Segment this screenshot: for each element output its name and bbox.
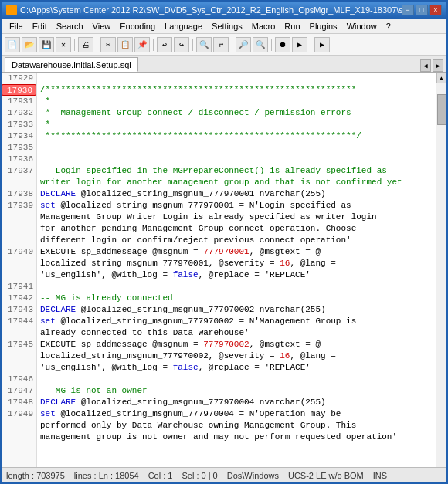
zoom-out-button[interactable]: 🔍 [253, 37, 268, 52]
find-button[interactable]: 🔍 [196, 37, 212, 52]
line-num-17935: 17935 [2, 142, 36, 154]
sep6 [271, 39, 272, 51]
code-line-17938: DECLARE @localized_string_msgnum_7779700… [40, 188, 433, 200]
code-line-17937b: writer login for another management grou… [40, 177, 433, 188]
status-length: length : 703975 [6, 471, 65, 480]
line-num-17934: 17934 [2, 130, 36, 142]
redo-button[interactable]: ↪ [174, 37, 189, 52]
code-line-17949a: set @localized_string_msgnum_777970004 =… [40, 408, 433, 420]
tab-scroll-left[interactable]: ◀ [420, 59, 431, 72]
menu-settings[interactable]: Settings [207, 21, 247, 32]
replace-button[interactable]: ⇄ [213, 37, 229, 52]
line-num-17942: 17942 [2, 293, 36, 304]
line-num-cont1 [2, 177, 36, 188]
line-num-cont3 [2, 223, 36, 235]
code-line-17945b: localized_string_msgnum_777970002, @seve… [40, 350, 433, 362]
run-button[interactable]: ▶ [314, 37, 330, 52]
menu-language[interactable]: Language [160, 21, 207, 32]
open-button[interactable]: 📂 [22, 37, 37, 52]
line-num-17948: 17948 [2, 397, 36, 408]
line-num-cont11 [2, 432, 36, 443]
line-num-17936: 17936 [2, 154, 36, 165]
line-num-17937: 17937 [2, 165, 36, 177]
code-line-17949b: performed only by Data Warehouse owning … [40, 420, 433, 432]
menu-help[interactable]: ? [382, 21, 395, 32]
line-num-17938: 17938 [2, 188, 36, 200]
line-num-17941: 17941 [2, 281, 36, 293]
code-line-17941 [40, 281, 433, 293]
code-line-17932: * Management Group connect / disconnect … [40, 107, 433, 119]
line-num-cont8 [2, 350, 36, 362]
menu-encoding[interactable]: Encoding [115, 21, 160, 32]
code-line-17942: -- MG is already connected [40, 293, 433, 304]
menu-plugins[interactable]: Plugins [305, 21, 342, 32]
copy-button[interactable]: 📋 [117, 37, 133, 52]
menu-edit[interactable]: Edit [28, 21, 52, 32]
code-line-17940c: 'us_english', @with_log = false, @replac… [40, 269, 433, 281]
line-num-cont2 [2, 212, 36, 223]
code-line-17945c: 'us_english', @with_log = false, @replac… [40, 362, 433, 374]
sep4 [192, 39, 193, 51]
zoom-in-button[interactable]: 🔎 [236, 37, 251, 52]
menu-macro[interactable]: Macro [247, 21, 280, 32]
menu-bar: File Edit Search View Encoding Language … [2, 19, 446, 34]
status-bar: length : 703975 lines : Ln : 18054 Col :… [2, 467, 446, 482]
status-col: Col : 1 [148, 471, 173, 480]
cut-button[interactable]: ✂ [100, 37, 116, 52]
macro-play-button[interactable]: ▶ [292, 37, 307, 52]
sep3 [153, 39, 154, 51]
undo-button[interactable]: ↩ [157, 37, 172, 52]
close-doc-button[interactable]: ✕ [56, 37, 71, 52]
macro-record-button[interactable]: ⏺ [275, 37, 290, 52]
code-line-17945a: EXECUTE sp_addmessage @msgnum = 77797000… [40, 339, 433, 350]
code-line-17948: DECLARE @localized_string_msgnum_7779700… [40, 397, 433, 408]
code-line-17931: * [40, 96, 433, 107]
scroll-up-arrow[interactable]: ▲ [436, 73, 447, 83]
close-button[interactable]: × [429, 5, 442, 15]
active-tab[interactable]: Datawarehouse.Initial.Setup.sql [5, 57, 138, 72]
code-line-17944b: already connected to this Data Warehouse… [40, 327, 433, 339]
menu-run[interactable]: Run [280, 21, 304, 32]
code-line-17939b: Management Group Writer Login is already… [40, 212, 433, 223]
maximize-button[interactable]: □ [416, 5, 428, 15]
menu-file[interactable]: File [5, 21, 28, 32]
line-num-17947: 17947 [2, 385, 36, 397]
code-line-17943: DECLARE @localized_string_msgnum_7779700… [40, 304, 433, 316]
minimize-button[interactable]: − [402, 5, 414, 15]
code-line-17930: /***************************************… [40, 84, 433, 96]
line-num-17929: 17929 [2, 73, 36, 84]
code-line-17939c: for another pending Management Group con… [40, 223, 433, 235]
vertical-scrollbar[interactable]: ▲ [436, 73, 446, 467]
line-num-cont10 [2, 420, 36, 432]
tab-scroll-right[interactable]: ▶ [433, 59, 443, 72]
code-line-17929 [40, 73, 433, 84]
save-button[interactable]: 💾 [39, 37, 54, 52]
code-line-17936 [40, 154, 433, 165]
tab-bar: Datawarehouse.Initial.Setup.sql ◀ ▶ [2, 56, 446, 73]
new-button[interactable]: 📄 [5, 37, 20, 52]
title-bar: C:\Apps\System Center 2012 R2\SW_DVD5_Sy… [2, 2, 446, 19]
app-icon [6, 5, 17, 15]
line-num-17943: 17943 [2, 304, 36, 316]
code-line-17935 [40, 142, 433, 154]
title-buttons: − □ × [402, 5, 442, 15]
scroll-thumb[interactable] [437, 94, 446, 125]
tab-label: Datawarehouse.Initial.Setup.sql [12, 60, 131, 69]
line-num-17945: 17945 [2, 339, 36, 350]
sep2 [97, 39, 97, 51]
line-num-17944: 17944 [2, 316, 36, 327]
code-line-17946 [40, 374, 433, 385]
line-num-17933: 17933 [2, 119, 36, 130]
print-button[interactable]: 🖨 [78, 37, 93, 52]
sep1 [74, 39, 75, 51]
menu-window[interactable]: Window [342, 21, 382, 32]
menu-search[interactable]: Search [52, 21, 88, 32]
code-line-17947: -- MG is not an owner [40, 385, 433, 397]
paste-button[interactable]: 📌 [134, 37, 150, 52]
line-num-cont6 [2, 269, 36, 281]
tab-scroll: ◀ ▶ [420, 59, 443, 72]
menu-view[interactable]: View [88, 21, 116, 32]
line-num-cont4 [2, 235, 36, 246]
line-num-17946: 17946 [2, 374, 36, 385]
code-area[interactable]: /***************************************… [37, 73, 436, 467]
